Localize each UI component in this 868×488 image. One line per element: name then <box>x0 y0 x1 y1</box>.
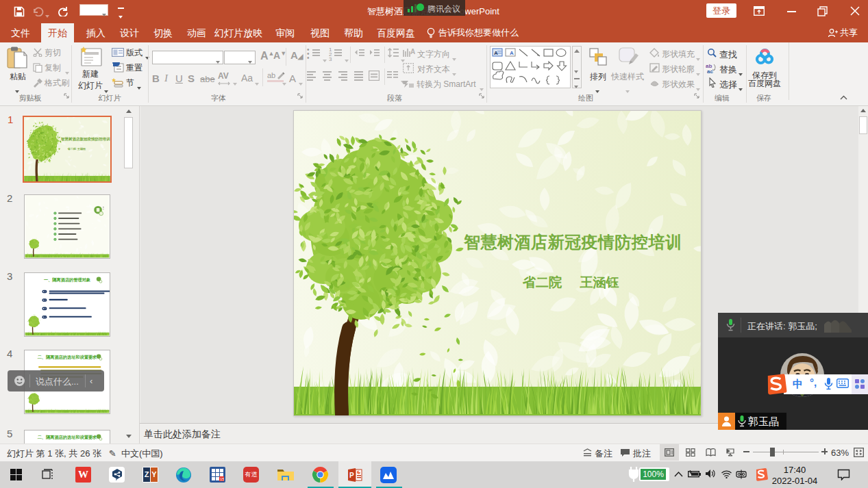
svg-text:P: P <box>349 472 354 479</box>
svg-text:省二院 王涵钰: 省二院 王涵钰 <box>67 147 86 151</box>
svg-text:二、隔离酒店的选址和设置要求: 二、隔离酒店的选址和设置要求 <box>38 435 97 440</box>
svg-text:15: 15 <box>220 477 224 481</box>
svg-text:A: A <box>510 50 514 56</box>
svg-text:二、隔离酒店的选址和设置要求: 二、隔离酒店的选址和设置要求 <box>38 355 97 360</box>
svg-text:一、隔离酒店的管理对象: 一、隔离酒店的管理对象 <box>44 277 91 283</box>
svg-text:智慧树酒店新冠疫情防控培训: 智慧树酒店新冠疫情防控培训 <box>60 137 110 142</box>
svg-text:A: A <box>410 48 415 55</box>
